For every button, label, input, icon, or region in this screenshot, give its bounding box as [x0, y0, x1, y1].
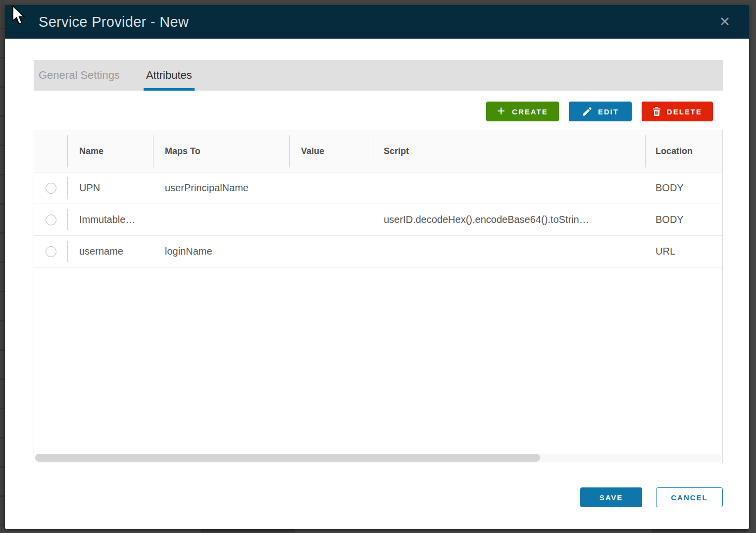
cell-location: BODY: [645, 172, 722, 204]
header-value: Value: [289, 130, 372, 172]
pencil-icon: [582, 107, 592, 117]
row-select-cell: [34, 236, 67, 267]
tab-general-settings[interactable]: General Settings: [34, 60, 125, 91]
cell-location: BODY: [645, 204, 722, 235]
tab-bar: General Settings Attributes: [34, 60, 723, 91]
header-script: Script: [372, 130, 645, 172]
cell-maps-to: [153, 204, 289, 235]
cell-name: Immutable…: [67, 204, 153, 235]
radio-button[interactable]: [46, 214, 56, 225]
edit-button[interactable]: EDIT: [569, 102, 632, 121]
tab-attributes[interactable]: Attributes: [144, 60, 195, 91]
table-header-row: Name Maps To Value Script Location: [34, 130, 722, 172]
header-select-column: [34, 130, 67, 172]
horizontal-scrollbar-track[interactable]: [35, 454, 721, 462]
table-row[interactable]: Immutable… userID.decodeHex().encodeBase…: [34, 204, 722, 236]
cell-maps-to: userPrincipalName: [153, 172, 289, 204]
create-button[interactable]: + CREATE: [486, 102, 558, 121]
cell-script: [372, 172, 645, 204]
create-button-label: CREATE: [512, 107, 548, 116]
cell-name: UPN: [67, 172, 153, 204]
radio-button[interactable]: [46, 183, 56, 194]
horizontal-scrollbar-thumb[interactable]: [35, 454, 540, 462]
delete-button-label: DELETE: [667, 107, 702, 116]
cell-value: [289, 204, 372, 235]
modal-title: Service Provider - New: [39, 14, 189, 30]
attributes-table: Name Maps To Value Script Location UPN u…: [34, 130, 723, 463]
cell-script: userID.decodeHex().encodeBase64().toStri…: [372, 204, 645, 235]
cancel-button[interactable]: CANCEL: [656, 487, 723, 507]
background-page-edge: [0, 0, 5, 533]
cell-value: [289, 172, 372, 204]
close-icon[interactable]: ✕: [717, 13, 732, 31]
row-select-cell: [34, 172, 67, 204]
cell-script: [372, 236, 645, 267]
header-maps-to: Maps To: [153, 130, 289, 172]
modal-footer: SAVE CANCEL: [34, 487, 723, 507]
modal-titlebar: Service Provider - New ✕: [5, 5, 749, 39]
row-select-cell: [34, 204, 67, 235]
service-provider-modal: Service Provider - New ✕ General Setting…: [5, 5, 749, 529]
cell-location: URL: [645, 236, 722, 267]
cell-name: username: [67, 236, 153, 267]
edit-button-label: EDIT: [598, 107, 619, 116]
radio-button[interactable]: [46, 246, 56, 257]
table-row[interactable]: username loginName URL: [34, 236, 722, 267]
table-row[interactable]: UPN userPrincipalName BODY: [34, 172, 722, 204]
delete-button[interactable]: DELETE: [642, 102, 713, 121]
cell-maps-to: loginName: [153, 236, 289, 267]
background-content-hint: [651, 529, 748, 533]
toolbar: + CREATE EDIT DELETE: [34, 102, 713, 121]
header-name: Name: [67, 130, 153, 172]
save-button[interactable]: SAVE: [580, 487, 642, 507]
cell-value: [289, 236, 372, 267]
trash-icon: [653, 107, 661, 116]
background-content-hint: [201, 529, 295, 533]
header-location: Location: [645, 130, 722, 172]
